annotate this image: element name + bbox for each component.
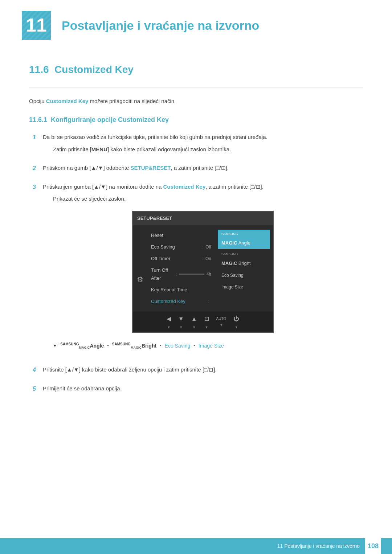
intro-paragraph: Opciju Customized Key možete prilagoditi… — [29, 97, 363, 106]
step-2: 2 Pritiskom na gumb [▲/▼] odaberite SETU… — [33, 163, 363, 176]
step-2-content: Pritiskom na gumb [▲/▼] odaberite SETUP&… — [43, 163, 363, 176]
monitor-menu-content: ⚙ Reset Eco Saving : Off — [133, 225, 273, 312]
step-1: 1 Da bi se prikazao vodič za funkcijske … — [33, 132, 363, 157]
step-number-4: 4 — [33, 365, 43, 375]
bottom-icon-up: ▲ ▼ — [191, 314, 197, 330]
bottom-icon-down: ▼ ▼ — [178, 314, 184, 330]
step-4-content: Pritisnite [▲/▼] kako biste odabrali žel… — [43, 365, 363, 377]
submenu-magic-bright: SAMSUNG MAGIC Bright — [218, 250, 270, 269]
menu-item-reset: Reset — [147, 230, 215, 241]
step-5: 5 Primijenit će se odabrana opcija. — [33, 384, 363, 396]
submenu-panel: SAMSUNG MAGIC Angle SAMSUNG MAGIC Bright… — [215, 228, 273, 309]
page-footer: 11 Postavljanje i vraćanje na izvorno 10… — [0, 538, 392, 554]
main-content: 11.6 Customized Key Opciju Customized Ke… — [0, 54, 392, 431]
step-number-3: 3 — [33, 182, 43, 192]
menu-item-key-repeat: Key Repeat Time — [147, 284, 215, 296]
step-number-1: 1 — [33, 132, 43, 142]
bottom-icon-enter: ⊡ ▼ — [204, 314, 209, 330]
step-5-content: Primijenit će se odabrana opcija. — [43, 384, 363, 396]
monitor-menu-title: SETUP&RESET — [133, 212, 273, 225]
bottom-icon-auto: AUTO ▼ — [216, 316, 226, 328]
section-title: 11.6 Customized Key — [29, 62, 363, 78]
step-number-2: 2 — [33, 163, 43, 173]
menu-left-icon: ⚙ — [133, 228, 147, 309]
monitor-bottom-bar: ◀ ▼ ▼ ▼ ▲ ▼ ⊡ ▼ — [133, 312, 273, 332]
menu-item-off-timer: Off Timer : On — [147, 253, 215, 264]
submenu-eco-saving: Eco Saving — [218, 270, 270, 281]
options-bullet-line: • SAMSUNGMAGICAngle - SAMSUNGMAGICBright… — [54, 340, 363, 352]
settings-icon: ⚙ — [137, 273, 143, 286]
step-3-content: Pritiskanjem gumba [▲/▼] na monitoru dođ… — [43, 182, 363, 359]
chapter-number-block: 11 — [22, 11, 51, 40]
menu-item-eco-saving: Eco Saving : Off — [147, 241, 215, 253]
page-number: 108 — [365, 538, 381, 554]
submenu-magic-angle: SAMSUNG MAGIC Angle — [218, 230, 270, 249]
step-number-5: 5 — [33, 384, 43, 394]
menu-item-customized-key: Customized Key : — [147, 296, 215, 307]
chapter-number: 11 — [26, 10, 47, 40]
step-4: 4 Pritisnite [▲/▼] kako biste odabrali ž… — [33, 365, 363, 377]
section-divider — [29, 87, 363, 87]
submenu-image-size: Image Size — [218, 282, 270, 292]
bottom-icon-power: ⏻ ▼ — [233, 314, 239, 330]
step-3: 3 Pritiskanjem gumba [▲/▼] na monitoru d… — [33, 182, 363, 359]
subsection-title: 11.6.1 Konfiguriranje opcije Customized … — [29, 115, 363, 125]
step-1-content: Da bi se prikazao vodič za funkcijske ti… — [43, 132, 363, 157]
progress-bar — [179, 274, 204, 275]
menu-item-turn-off-after: Turn Off After : 4h — [147, 264, 215, 284]
menu-items-list: Reset Eco Saving : Off Off Timer : On — [147, 228, 215, 309]
steps-container: 1 Da bi se prikazao vodič za funkcijske … — [33, 132, 363, 396]
chapter-header: 11 Postavljanje i vraćanje na izvorno — [0, 0, 392, 47]
bottom-icon-back: ◀ ▼ — [167, 314, 171, 330]
chapter-title: Postavljanje i vraćanje na izvorno — [62, 16, 259, 35]
monitor-screenshot: SETUP&RESET ⚙ Reset Eco Saving : — [132, 211, 274, 333]
footer-text: 11 Postavljanje i vraćanje na izvorno — [277, 542, 360, 550]
